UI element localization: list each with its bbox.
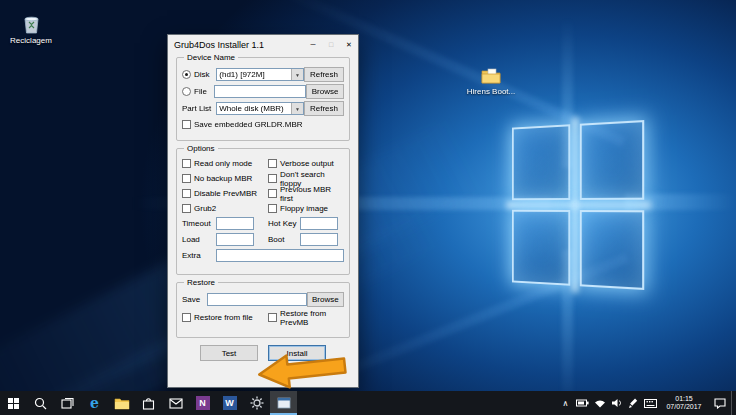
browse-restore-button[interactable]: Browse <box>307 292 344 307</box>
taskbar-app-file-explorer[interactable] <box>108 391 135 415</box>
previous-mbr-first-checkbox[interactable]: Previous MBR first <box>268 187 344 200</box>
gear-icon <box>250 396 264 410</box>
file-path-input[interactable] <box>214 85 306 98</box>
read-only-mode-checkbox[interactable]: Read only mode <box>182 157 268 170</box>
installer-window-icon <box>277 397 291 409</box>
action-center-button[interactable] <box>709 391 731 415</box>
tray-network[interactable] <box>591 391 608 415</box>
checkbox-icon <box>182 159 191 168</box>
checkbox-icon <box>268 189 277 198</box>
checkbox-icon <box>268 159 277 168</box>
taskbar-app-mail[interactable] <box>162 391 189 415</box>
restore-from-file-checkbox[interactable]: Restore from file <box>182 311 268 324</box>
tray-battery[interactable] <box>574 391 591 415</box>
window-title: Grub4Dos Installer 1.1 <box>174 40 304 50</box>
tray-volume[interactable] <box>608 391 625 415</box>
tray-pen[interactable] <box>625 391 642 415</box>
browse-file-button[interactable]: Browse <box>306 84 344 99</box>
store-bag-icon <box>142 397 155 410</box>
no-backup-mbr-checkbox[interactable]: No backup MBR <box>182 172 268 185</box>
restore-legend: Restore <box>184 278 218 287</box>
recycle-bin-icon <box>2 12 60 34</box>
logo-pane <box>512 124 570 200</box>
logo-pane <box>512 210 570 286</box>
boot-label: Boot <box>268 235 300 244</box>
checkbox-icon <box>268 313 277 322</box>
hotkey-label: Hot Key <box>268 219 300 228</box>
taskbar: e N W <box>0 391 736 415</box>
search-button[interactable] <box>27 391 54 415</box>
disk-combobox-value: (hd1) [972M] <box>217 69 291 80</box>
boot-input[interactable] <box>300 233 338 246</box>
search-icon <box>34 397 47 410</box>
radio-dot-icon <box>182 70 191 79</box>
refresh-disk-button[interactable]: Refresh <box>304 67 344 82</box>
checkbox-icon <box>268 204 277 213</box>
part-list-combobox[interactable]: Whole disk (MBR) ▼ <box>216 102 304 115</box>
minimize-button[interactable]: ─ <box>304 36 322 54</box>
mail-icon <box>169 398 183 409</box>
hotkey-input[interactable] <box>300 217 338 230</box>
logo-pane <box>580 120 644 200</box>
taskbar-app-onenote[interactable]: N <box>189 391 216 415</box>
taskbar-app-word[interactable]: W <box>216 391 243 415</box>
disk-radio-label: Disk <box>194 70 210 79</box>
tray-expand-button[interactable]: ∧ <box>557 391 574 415</box>
grub2-checkbox[interactable]: Grub2 <box>182 202 268 215</box>
recycle-bin-shortcut[interactable]: Reciclagem <box>2 12 60 45</box>
taskbar-app-grub4dos-active[interactable] <box>270 391 297 415</box>
start-button[interactable] <box>0 391 27 415</box>
disable-prevmbr-checkbox[interactable]: Disable PrevMBR <box>182 187 268 200</box>
taskbar-spacer <box>297 391 557 415</box>
file-radio[interactable]: File <box>182 87 214 96</box>
extra-input[interactable] <box>216 249 344 262</box>
checkbox-label: Read only mode <box>194 159 252 168</box>
show-desktop-button[interactable] <box>731 391 736 415</box>
pen-icon <box>628 398 639 409</box>
timeout-label: Timeout <box>182 219 216 228</box>
restore-from-prevmbr-checkbox[interactable]: Restore from PrevMB <box>268 311 344 324</box>
checkbox-label: Disable PrevMBR <box>194 189 257 198</box>
options-group: Options Read only mode Verbose output No… <box>176 148 350 275</box>
load-input[interactable] <box>216 233 254 246</box>
folder-label: Hirens Boot... <box>462 87 520 96</box>
onenote-icon: N <box>196 396 210 410</box>
test-button[interactable]: Test <box>200 345 258 361</box>
grub4dos-installer-window: Grub4Dos Installer 1.1 ─ □ ✕ Device Name… <box>167 34 359 388</box>
maximize-button: □ <box>322 36 340 54</box>
checkbox-icon <box>182 174 191 183</box>
part-list-combobox-value: Whole disk (MBR) <box>217 103 291 114</box>
windows-logo-wallpaper <box>512 120 644 290</box>
hirens-boot-shortcut[interactable]: Hirens Boot... <box>462 63 520 96</box>
taskbar-app-edge[interactable]: e <box>81 391 108 415</box>
clock[interactable]: 01:15 07/07/2017 <box>659 391 709 415</box>
windows-logo-icon <box>8 398 19 409</box>
disk-combobox[interactable]: (hd1) [972M] ▼ <box>216 68 304 81</box>
chevron-down-icon[interactable]: ▼ <box>291 69 303 80</box>
close-button[interactable]: ✕ <box>340 36 358 54</box>
task-view-button[interactable] <box>54 391 81 415</box>
taskbar-app-settings[interactable] <box>243 391 270 415</box>
device-name-legend: Device Name <box>184 53 238 62</box>
refresh-partlist-button[interactable]: Refresh <box>304 101 344 116</box>
install-button[interactable]: Install <box>268 345 326 361</box>
taskbar-app-store[interactable] <box>135 391 162 415</box>
titlebar[interactable]: Grub4Dos Installer 1.1 ─ □ ✕ <box>168 35 358 54</box>
disk-radio[interactable]: Disk <box>182 70 216 79</box>
save-embedded-checkbox[interactable]: Save embedded GRLDR.MBR <box>182 118 303 131</box>
checkbox-label: Verbose output <box>280 159 334 168</box>
folder-icon <box>462 63 520 85</box>
floppy-image-checkbox[interactable]: Floppy image <box>268 202 344 215</box>
file-radio-label: File <box>194 87 207 96</box>
restore-save-input[interactable] <box>207 293 307 306</box>
timeout-input[interactable] <box>216 217 254 230</box>
verbose-output-checkbox[interactable]: Verbose output <box>268 157 344 170</box>
checkbox-icon <box>182 120 191 129</box>
options-legend: Options <box>184 144 218 153</box>
checkbox-label: Restore from file <box>194 313 253 322</box>
chevron-down-icon[interactable]: ▼ <box>291 103 303 114</box>
extra-label: Extra <box>182 251 216 260</box>
tray-keyboard[interactable] <box>642 391 659 415</box>
dont-search-floppy-checkbox[interactable]: Don't search floppy <box>268 172 344 185</box>
radio-dot-icon <box>182 87 191 96</box>
